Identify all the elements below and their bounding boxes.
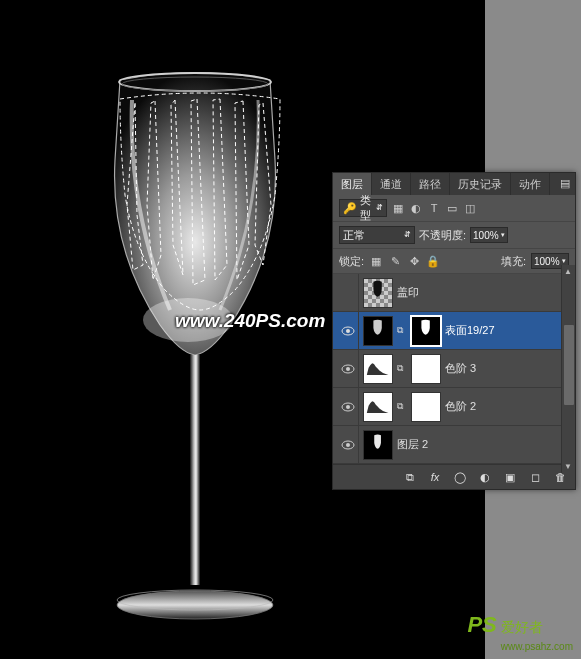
chevron-updown-icon: ⇵ (404, 231, 411, 239)
new-group-icon[interactable]: ▣ (499, 468, 521, 486)
link-icon: ⧉ (397, 401, 407, 412)
layer-mask-thumbnail[interactable] (411, 354, 441, 384)
center-watermark: www.240PS.com (175, 310, 325, 332)
layer-fx-icon[interactable]: fx (424, 468, 446, 486)
lock-all-icon[interactable]: 🔒 (426, 254, 440, 268)
tab-paths[interactable]: 路径 (411, 173, 450, 195)
layer-thumbnail[interactable] (363, 430, 393, 460)
layer-name-label[interactable]: 盖印 (397, 285, 571, 300)
layers-list: 盖印 ⧉ 表面19/27 ⧉ 色阶 3 (333, 274, 575, 464)
tab-channels[interactable]: 通道 (372, 173, 411, 195)
link-layers-icon[interactable]: ⧉ (399, 468, 421, 486)
adjustment-thumbnail[interactable] (363, 392, 393, 422)
layer-row[interactable]: 盖印 (333, 274, 575, 312)
visibility-toggle[interactable] (337, 426, 359, 463)
tab-actions[interactable]: 动作 (511, 173, 550, 195)
filter-smart-icon[interactable]: ◫ (463, 201, 477, 215)
filter-row: 🔑 类型 ⇵ ▦ ◐ T ▭ ◫ (333, 195, 575, 222)
panel-tabs: 图层 通道 路径 历史记录 动作 ▤ (333, 173, 575, 195)
ps-logo-text: PS (467, 612, 496, 638)
lock-label: 锁定: (339, 254, 364, 269)
svg-point-14 (346, 443, 350, 447)
visibility-toggle[interactable] (337, 350, 359, 387)
visibility-toggle[interactable] (337, 388, 359, 425)
layer-name-label[interactable]: 图层 2 (397, 437, 571, 452)
filter-shape-icon[interactable]: ▭ (445, 201, 459, 215)
opacity-label: 不透明度: (419, 228, 466, 243)
layer-name-label[interactable]: 表面19/27 (445, 323, 571, 338)
lock-pixels-icon[interactable]: ✎ (388, 254, 402, 268)
link-icon: ⧉ (397, 363, 407, 374)
layer-mask-thumbnail[interactable] (411, 316, 441, 346)
layer-name-label[interactable]: 色阶 2 (445, 399, 571, 414)
bottom-right-watermark: PS 爱好者 www.psahz.com (467, 612, 573, 653)
opacity-input[interactable]: 100% ▾ (470, 227, 508, 243)
add-mask-icon[interactable]: ◯ (449, 468, 471, 486)
filter-type-icon[interactable]: T (427, 201, 441, 215)
link-icon: ⧉ (397, 325, 407, 336)
svg-point-4 (117, 591, 273, 619)
tab-layers[interactable]: 图层 (333, 173, 372, 195)
new-adjustment-icon[interactable]: ◐ (474, 468, 496, 486)
layer-row[interactable]: ⧉ 色阶 3 (333, 350, 575, 388)
fill-label: 填充: (501, 254, 526, 269)
layer-name-label[interactable]: 色阶 3 (445, 361, 571, 376)
layer-thumbnail[interactable] (363, 278, 393, 308)
adjustment-thumbnail[interactable] (363, 354, 393, 384)
panel-menu-icon[interactable]: ▤ (555, 173, 575, 195)
layers-scrollbar[interactable] (561, 265, 575, 473)
chevron-updown-icon: ⇵ (376, 204, 383, 212)
lock-position-icon[interactable]: ✥ (407, 254, 421, 268)
chevron-down-icon: ▾ (562, 257, 566, 265)
svg-point-10 (346, 367, 350, 371)
layer-thumbnail[interactable] (363, 316, 393, 346)
svg-rect-3 (190, 355, 200, 585)
panel-footer: ⧉ fx ◯ ◐ ▣ ◻ 🗑 (333, 464, 575, 489)
visibility-toggle[interactable] (337, 274, 359, 311)
kind-icon: 🔑 (343, 202, 357, 215)
lock-transparency-icon[interactable]: ▦ (369, 254, 383, 268)
filter-adjust-icon[interactable]: ◐ (409, 201, 423, 215)
lock-icons-group: ▦ ✎ ✥ 🔒 (369, 254, 440, 268)
layer-row[interactable]: ⧉ 色阶 2 (333, 388, 575, 426)
filter-pixel-icon[interactable]: ▦ (391, 201, 405, 215)
marching-ants-selection (105, 85, 295, 325)
layer-row[interactable]: 图层 2 (333, 426, 575, 464)
visibility-toggle[interactable] (337, 312, 359, 349)
filter-kind-select[interactable]: 🔑 类型 ⇵ (339, 199, 387, 217)
blend-mode-select[interactable]: 正常 ⇵ (339, 226, 415, 244)
layer-mask-thumbnail[interactable] (411, 392, 441, 422)
chevron-down-icon: ▾ (501, 231, 505, 239)
tab-history[interactable]: 历史记录 (450, 173, 511, 195)
layer-row[interactable]: ⧉ 表面19/27 (333, 312, 575, 350)
svg-point-7 (346, 329, 350, 333)
lock-row: 锁定: ▦ ✎ ✥ 🔒 填充: 100% ▾ (333, 249, 575, 274)
blend-row: 正常 ⇵ 不透明度: 100% ▾ (333, 222, 575, 249)
svg-point-12 (346, 405, 350, 409)
scrollbar-thumb[interactable] (564, 325, 574, 405)
layers-panel: 图层 通道 路径 历史记录 动作 ▤ 🔑 类型 ⇵ ▦ ◐ T ▭ ◫ 正常 ⇵… (332, 172, 576, 490)
new-layer-icon[interactable]: ◻ (524, 468, 546, 486)
